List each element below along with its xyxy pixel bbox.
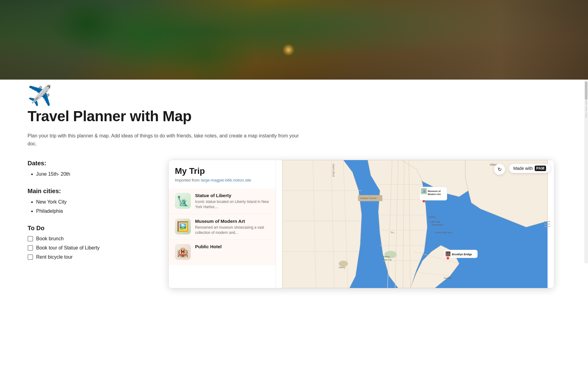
statue-icon: 🗽 — [175, 193, 191, 209]
map-refresh-button[interactable]: ↻ — [494, 164, 505, 175]
place-card-statue[interactable]: 🗽 Statue of Liberty Iconic statue locate… — [169, 189, 276, 214]
place-card-hotel[interactable]: 🏨 Public Hotel — [169, 240, 276, 264]
page-title: Travel Planner with Map — [28, 108, 554, 125]
moma-card-desc: Renowned art museum showcasing a vast co… — [195, 225, 270, 235]
svg-text:Dumbo: Dumbo — [444, 277, 452, 279]
todo-item-2: Book tour of Statue of Liberty — [28, 245, 156, 251]
svg-marker-3 — [282, 160, 362, 288]
made-with-pam-badge[interactable]: Made with PAM — [509, 164, 550, 173]
dates-item-1: June 15th- 20th — [36, 170, 156, 178]
two-col-layout: Dates: June 15th- 20th Main cities: New … — [28, 160, 554, 288]
svg-text:Little Italy: Little Italy — [430, 220, 441, 223]
hotel-card-name: Public Hotel — [195, 244, 270, 249]
map-container: My Trip Imported from large-magpie-b6b.n… — [168, 160, 554, 288]
dates-heading: Dates: — [28, 160, 156, 167]
svg-text:Museum of: Museum of — [428, 190, 441, 193]
place-card-moma[interactable]: 🖼️ Museum of Modern Art Renowned art mus… — [169, 214, 276, 240]
hotel-card-content: Public Hotel — [195, 244, 270, 250]
todo-item-3: Rent bicycle tour — [28, 254, 156, 260]
hero-lamp — [282, 44, 295, 56]
statue-card-name: Statue of Liberty — [195, 193, 270, 198]
statue-card-content: Statue of Liberty Iconic statue located … — [195, 193, 270, 210]
map-svg: Holland Tunnel Marin Blvd Liberty Batter… — [276, 160, 554, 288]
svg-point-44 — [423, 200, 425, 203]
city-item-nyc: New York City — [36, 198, 156, 206]
map-panel-left: My Trip Imported from large-magpie-b6b.n… — [169, 160, 276, 288]
notion-site-link[interactable]: large-magpie-b6b.notion.site — [201, 178, 251, 182]
cities-list: New York City Philadelphia — [28, 198, 156, 215]
todo-checkbox-2[interactable] — [28, 245, 33, 251]
svg-text:🌉: 🌉 — [446, 251, 450, 256]
pam-logo: PAM — [535, 166, 546, 171]
imported-from-label: Imported from — [175, 178, 200, 182]
svg-point-49 — [447, 257, 449, 260]
map-scroll-lines — [544, 221, 550, 227]
svg-text:SoHo: SoHo — [429, 215, 435, 219]
todo-label-1: Book brunch — [36, 236, 64, 242]
map-widget: My Trip Imported from large-magpie-b6b.n… — [168, 160, 554, 288]
moma-card-content: Museum of Modern Art Renowned art museum… — [195, 219, 270, 235]
statue-card-desc: Iconic statue located on Liberty Island … — [195, 199, 270, 210]
hero-image — [0, 0, 588, 80]
svg-text:Holland Tunnel: Holland Tunnel — [360, 197, 376, 200]
svg-text:Lower East Sid...: Lower East Sid... — [435, 231, 453, 234]
svg-text:Marin Blvd: Marin Blvd — [332, 164, 335, 177]
todo-label-2: Book tour of Statue of Liberty — [36, 245, 100, 251]
page-description: Plan your trip with this planner & map. … — [28, 132, 303, 148]
svg-text:Brooklyn Bridge: Brooklyn Bridge — [452, 253, 472, 256]
left-column: Dates: June 15th- 20th Main cities: New … — [28, 160, 156, 264]
moma-icon: 🖼️ — [175, 219, 191, 234]
svg-text:Modern Art: Modern Art — [428, 193, 441, 196]
scrollbar[interactable] — [584, 80, 588, 263]
todo-section: To Do Book brunch Book tour of Statue of… — [28, 225, 156, 260]
made-with-label: Made with — [513, 166, 533, 171]
city-item-philly: Philadelphia — [36, 208, 156, 215]
hero-foliage — [0, 0, 588, 80]
content-area: ✈️ Travel Planner with Map Plan your tri… — [0, 80, 582, 301]
dates-list: June 15th- 20th — [28, 170, 156, 178]
cities-heading: Main cities: — [28, 188, 156, 195]
todo-item-1: Book brunch — [28, 236, 156, 242]
svg-text:🏛️: 🏛️ — [421, 188, 427, 193]
svg-text:Chinatown: Chinatown — [432, 223, 443, 226]
svg-point-27 — [339, 261, 348, 267]
svg-text:Liberty: Liberty — [339, 266, 345, 269]
hotel-icon: 🏨 — [175, 244, 191, 260]
moma-card-name: Museum of Modern Art — [195, 219, 270, 224]
todo-heading: To Do — [28, 225, 156, 232]
todo-checkbox-3[interactable] — [28, 254, 33, 260]
map-panel-header: My Trip Imported from large-magpie-b6b.n… — [169, 160, 276, 189]
page-emoji: ✈️ — [28, 86, 554, 105]
map-panel-subtitle: Imported from large-magpie-b6b.notion.si… — [175, 178, 270, 182]
todo-checkbox-1[interactable] — [28, 236, 33, 242]
map-visual: Holland Tunnel Marin Blvd Liberty Batter… — [276, 160, 554, 288]
svg-text:Battery: Battery — [383, 256, 390, 258]
scrollbar-thumb[interactable] — [585, 81, 587, 100]
todo-label-3: Rent bicycle tour — [36, 254, 73, 260]
map-panel-title: My Trip — [175, 166, 270, 176]
svg-text:Park City: Park City — [383, 259, 392, 261]
svg-text:Tri...: Tri... — [390, 231, 395, 234]
